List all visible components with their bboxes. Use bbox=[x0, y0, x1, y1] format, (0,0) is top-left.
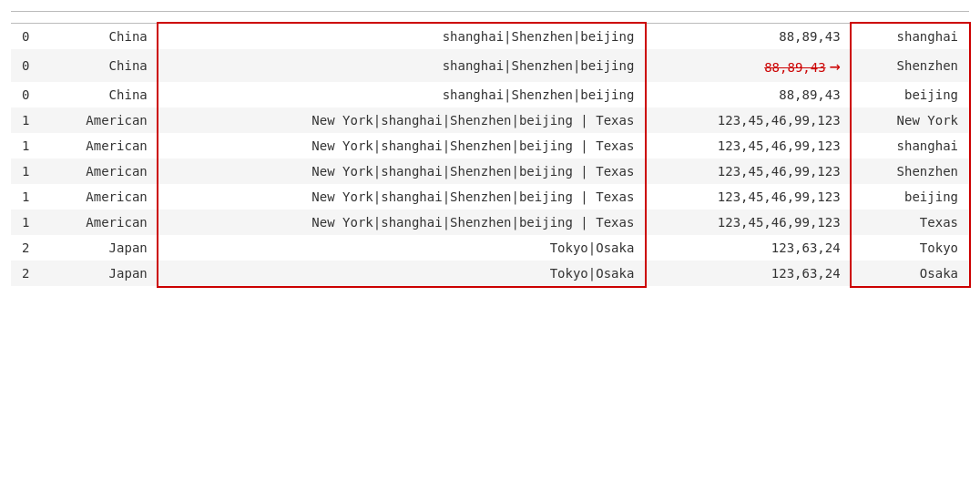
cell-country: Japan bbox=[40, 261, 158, 286]
cell-citys: beijing bbox=[852, 184, 969, 210]
cell-gdp: 88,89,43 bbox=[645, 82, 851, 107]
col-header-city bbox=[158, 12, 646, 24]
cell-country: American bbox=[40, 210, 158, 235]
cell-city: shanghai|Shenzhen|beijing bbox=[158, 49, 646, 82]
cell-gdp: 123,63,24 bbox=[645, 261, 851, 286]
cell-gdp: 123,45,46,99,123 bbox=[645, 210, 851, 235]
cell-index: 1 bbox=[11, 133, 40, 159]
cell-city: New York|shanghai|Shenzhen|beijing | Tex… bbox=[158, 133, 646, 159]
cell-country: China bbox=[40, 82, 158, 107]
cell-index: 1 bbox=[11, 184, 40, 210]
cell-citys: beijing bbox=[852, 82, 969, 107]
col-header-country bbox=[40, 12, 158, 24]
cell-city: Tokyo|Osaka bbox=[158, 235, 646, 261]
table-container: 0Chinashanghai|Shenzhen|beijing88,89,43s… bbox=[0, 11, 980, 304]
col-header-index bbox=[11, 12, 40, 24]
cell-city: shanghai|Shenzhen|beijing bbox=[158, 82, 646, 107]
data-table: 0Chinashanghai|Shenzhen|beijing88,89,43s… bbox=[11, 11, 969, 286]
cell-gdp: 88,89,43 bbox=[645, 24, 851, 50]
cell-citys: Texas bbox=[852, 210, 969, 235]
table-row: 1AmericanNew York|shanghai|Shenzhen|beij… bbox=[11, 107, 969, 133]
cell-index: 2 bbox=[11, 235, 40, 261]
table-row: 2JapanTokyo|Osaka123,63,24Osaka bbox=[11, 261, 969, 286]
cell-citys: Shenzhen bbox=[852, 159, 969, 184]
table-row: 0Chinashanghai|Shenzhen|beijing88,89,43s… bbox=[11, 24, 969, 50]
col-header-citys bbox=[852, 12, 969, 24]
cell-country: American bbox=[40, 184, 158, 210]
table-row: 1AmericanNew York|shanghai|Shenzhen|beij… bbox=[11, 133, 969, 159]
cell-country: American bbox=[40, 107, 158, 133]
cell-country: American bbox=[40, 159, 158, 184]
cell-gdp: 123,63,24 bbox=[645, 235, 851, 261]
cell-index: 0 bbox=[11, 24, 40, 50]
cell-citys: Shenzhen bbox=[852, 49, 969, 82]
cell-index: 1 bbox=[11, 210, 40, 235]
cell-citys: New York bbox=[852, 107, 969, 133]
table-row: 1AmericanNew York|shanghai|Shenzhen|beij… bbox=[11, 184, 969, 210]
cell-gdp: 123,45,46,99,123 bbox=[645, 133, 851, 159]
cell-gdp: 123,45,46,99,123 bbox=[645, 159, 851, 184]
cell-country: Japan bbox=[40, 235, 158, 261]
cell-index: 1 bbox=[11, 159, 40, 184]
table-row: 1AmericanNew York|shanghai|Shenzhen|beij… bbox=[11, 159, 969, 184]
output-label bbox=[0, 0, 980, 11]
cell-index: 2 bbox=[11, 261, 40, 286]
red-arrow-icon: → bbox=[830, 55, 841, 77]
cell-citys: shanghai bbox=[852, 133, 969, 159]
cell-gdp: 123,45,46,99,123 bbox=[645, 184, 851, 210]
table-header-row bbox=[11, 12, 969, 24]
col-header-gdp bbox=[645, 12, 851, 24]
cell-city: Tokyo|Osaka bbox=[158, 261, 646, 286]
cell-citys: Tokyo bbox=[852, 235, 969, 261]
cell-index: 0 bbox=[11, 49, 40, 82]
cell-country: China bbox=[40, 49, 158, 82]
table-row: 0Chinashanghai|Shenzhen|beijing88,89,43→… bbox=[11, 49, 969, 82]
cell-gdp: 123,45,46,99,123 bbox=[645, 107, 851, 133]
cell-city: New York|shanghai|Shenzhen|beijing | Tex… bbox=[158, 107, 646, 133]
cell-city: New York|shanghai|Shenzhen|beijing | Tex… bbox=[158, 159, 646, 184]
table-row: 2JapanTokyo|Osaka123,63,24Tokyo bbox=[11, 235, 969, 261]
cell-citys: shanghai bbox=[852, 24, 969, 50]
table-row: 1AmericanNew York|shanghai|Shenzhen|beij… bbox=[11, 210, 969, 235]
cell-city: New York|shanghai|Shenzhen|beijing | Tex… bbox=[158, 210, 646, 235]
cell-index: 1 bbox=[11, 107, 40, 133]
cell-citys: Osaka bbox=[852, 261, 969, 286]
cell-index: 0 bbox=[11, 82, 40, 107]
cell-city: shanghai|Shenzhen|beijing bbox=[158, 24, 646, 50]
cell-country: China bbox=[40, 24, 158, 50]
cell-country: American bbox=[40, 133, 158, 159]
cell-city: New York|shanghai|Shenzhen|beijing | Tex… bbox=[158, 184, 646, 210]
cell-gdp: 88,89,43→ bbox=[645, 49, 851, 82]
table-row: 0Chinashanghai|Shenzhen|beijing88,89,43b… bbox=[11, 82, 969, 107]
